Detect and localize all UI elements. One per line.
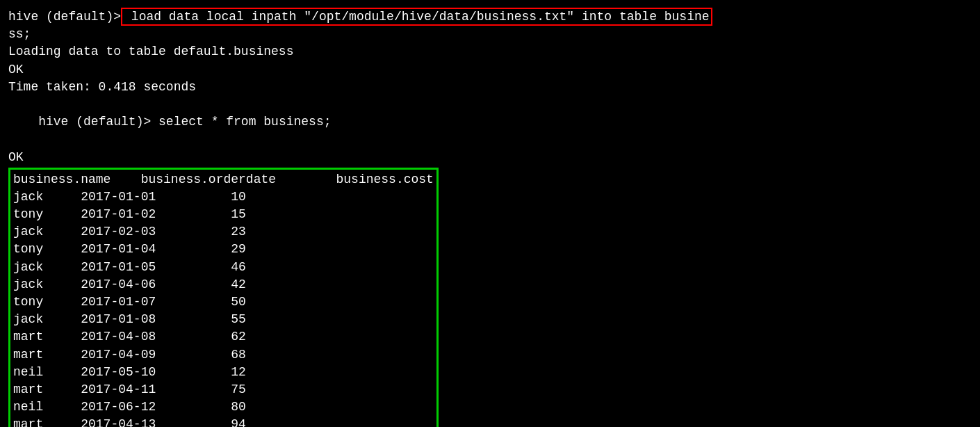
time-line-1: Time taken: 0.418 seconds [8, 79, 972, 96]
command-line-1: hive (default)> load data local inpath "… [8, 8, 972, 26]
table-row: mart 2017-04-08 62 [13, 328, 434, 346]
table-row: mart 2017-04-11 75 [13, 381, 434, 398]
command-highlighted-1: load data local inpath "/opt/module/hive… [121, 8, 712, 26]
prompt-2: hive (default)> [38, 115, 151, 129]
table-row: neil 2017-06-12 80 [13, 398, 434, 416]
command-cont: ss; [8, 27, 31, 41]
ok-line-2: OK [8, 149, 972, 166]
table-row: tony 2017-01-04 29 [13, 241, 434, 258]
command-2: select * from business; [151, 115, 331, 129]
terminal: hive (default)> load data local inpath "… [6, 6, 974, 427]
prompt-1: hive (default)> [8, 10, 121, 24]
ok-line-1: OK [8, 61, 972, 79]
table-row: jack 2017-04-06 42 [13, 276, 434, 293]
table-row: mart 2017-04-09 68 [13, 346, 434, 364]
table-row: jack 2017-01-01 10 [13, 188, 434, 206]
table-row: jack 2017-01-08 55 [13, 311, 434, 328]
table-row: tony 2017-01-02 15 [13, 206, 434, 223]
table-row: jack 2017-02-03 23 [13, 223, 434, 241]
table-header: business.name business.orderdate busines… [13, 171, 434, 188]
table-row: tony 2017-01-07 50 [13, 293, 434, 311]
results-table: business.name business.orderdate busines… [8, 168, 439, 427]
command-line-2: hive (default)> select * from business; [8, 96, 972, 149]
table-row: neil 2017-05-10 12 [13, 364, 434, 381]
loading-line: Loading data to table default.business [8, 43, 972, 61]
table-row: jack 2017-01-05 46 [13, 259, 434, 276]
command-line-1-cont: ss; [8, 26, 972, 43]
table-row: mart 2017-04-13 94 [13, 416, 434, 427]
